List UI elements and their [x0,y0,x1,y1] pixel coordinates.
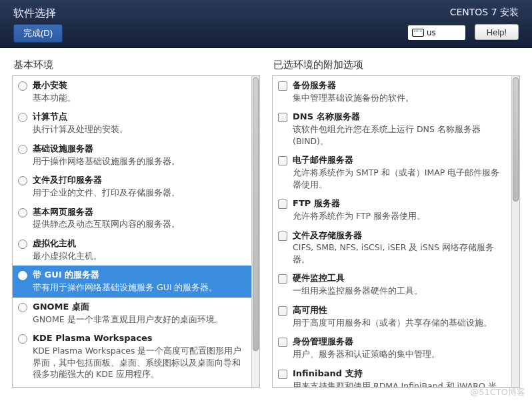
checkbox-icon [278,232,287,241]
item-desc: 用户、服务器和认证策略的集中管理。 [293,348,505,360]
addons-column: 已选环境的附加选项 备份服务器集中管理基础设施备份的软件。DNS 名称服务器该软… [272,59,520,388]
item-name: 电子邮件服务器 [293,155,505,166]
item-name: 基本网页服务器 [33,207,245,218]
environments-scrollbar[interactable] [251,76,259,387]
item-texts: 文件及存储服务器CIFS, SMB, NFS, iSCSI, iSER 及 iS… [293,230,505,266]
item-texts: 基础设施服务器用于操作网络基础设施服务的服务器。 [33,143,245,167]
item-desc: 提供静态及动态互联网内容的服务器。 [33,218,245,230]
environment-item[interactable]: KDE Plasma WorkspacesKDE Plasma Workspac… [13,329,251,384]
item-texts: 虚拟化主机最小虚拟化主机。 [33,238,245,262]
checkbox-icon [278,113,287,122]
addon-item[interactable]: 身份管理服务器用户、服务器和认证策略的集中管理。 [273,332,511,364]
environment-item[interactable]: 带 GUI 的服务器带有用于操作网络基础设施服务 GUI 的服务器。 [13,266,251,297]
item-desc: 用于企业的文件、打印及存储服务器。 [33,187,245,199]
item-name: Infiniband 支持 [293,368,505,380]
checkbox-icon [278,156,287,165]
item-name: GNOME 桌面 [33,302,245,313]
scrollbar-thumb[interactable] [253,77,259,351]
item-texts: 备份服务器集中管理基础设施备份的软件。 [293,80,505,103]
radio-icon [18,176,27,185]
radio-icon [18,145,27,154]
addons-scrollbox: 备份服务器集中管理基础设施备份的软件。DNS 名称服务器该软件包组允许您在系统上… [272,75,520,388]
item-texts: 身份管理服务器用户、服务器和认证策略的集中管理。 [293,336,505,360]
environment-item[interactable]: 基础设施服务器用于操作网络基础设施服务的服务器。 [13,139,251,171]
addon-item[interactable]: 高可用性用于高度可用服务和（或者）共享存储的基础设施。 [273,301,511,332]
item-desc: 一组用来监控服务器硬件的工具。 [293,285,505,297]
item-name: 身份管理服务器 [293,336,505,348]
item-name: 虚拟化主机 [33,238,245,250]
environments-column: 基本环境 最小安装基本功能。计算节点执行计算及处理的安装。基础设施服务器用于操作… [12,59,260,388]
checkbox-icon [278,338,287,347]
item-desc: 允许将系统作为 SMTP 和（或者）IMAP 电子邮件服务器使用。 [293,167,505,190]
item-texts: KDE Plasma WorkspacesKDE Plasma Workspac… [33,333,245,380]
addons-scrollbar[interactable] [511,76,519,387]
item-texts: FTP 服务器允许将系统作为 FTP 服务器使用。 [293,198,505,222]
scrollbar-thumb[interactable] [513,77,519,202]
content: 基本环境 最小安装基本功能。计算节点执行计算及处理的安装。基础设施服务器用于操作… [0,48,532,393]
environment-item[interactable]: 虚拟化主机最小虚拟化主机。 [13,234,251,266]
item-name: 备份服务器 [293,80,505,91]
item-texts: 电子邮件服务器允许将系统作为 SMTP 和（或者）IMAP 电子邮件服务器使用。 [293,155,505,190]
item-desc: CIFS, SMB, NFS, iSCSI, iSER 及 iSNS 网络存储服… [293,242,505,265]
header: 软件选择 完成(D) CENTOS 7 安装 us Help! [0,0,532,48]
radio-icon [18,81,27,91]
page-title: 软件选择 [13,7,56,21]
environment-item[interactable]: 基本网页服务器提供静态及动态互联网内容的服务器。 [13,203,251,234]
radio-icon [18,208,27,218]
addon-item[interactable]: 电子邮件服务器允许将系统作为 SMTP 和（或者）IMAP 电子邮件服务器使用。 [273,151,511,194]
item-desc: 基本功能。 [33,92,245,104]
item-name: 基础设施服务器 [33,143,245,155]
keyboard-layout-label: us [427,28,436,37]
item-texts: 计算节点执行计算及处理的安装。 [33,111,245,135]
addons-title: 已选环境的附加选项 [272,59,520,71]
radio-icon [18,334,27,344]
addon-item[interactable]: DNS 名称服务器该软件包组允许您在系统上运行 DNS 名称服务器(BIND)。 [273,107,511,151]
radio-icon [18,113,27,122]
item-desc: 执行计算及处理的安装。 [33,123,245,135]
item-desc: 用于操作网络基础设施服务的服务器。 [33,155,245,167]
keyboard-indicator[interactable]: us [408,25,465,40]
item-name: 高可用性 [293,305,505,316]
addon-item[interactable]: 硬件监控工具一组用来监控服务器硬件的工具。 [273,269,511,300]
done-button[interactable]: 完成(D) [13,24,63,43]
checkbox-icon [278,199,287,209]
checkbox-icon [278,306,287,316]
addon-item[interactable]: FTP 服务器允许将系统作为 FTP 服务器使用。 [273,194,511,226]
addon-item[interactable]: 备份服务器集中管理基础设施备份的软件。 [273,76,511,107]
environment-item[interactable]: GNOME 桌面GNOME 是一个非常直观且用户友好的桌面环境。 [13,298,251,329]
item-name: 文件及打印服务器 [33,175,245,186]
environment-item[interactable]: 计算节点执行计算及处理的安装。 [13,107,251,139]
item-texts: Infiniband 支持用来支持集群和使用 RDMA InfiniBand 和… [293,368,505,387]
item-desc: 带有用于操作网络基础设施服务 GUI 的服务器。 [33,282,245,294]
environment-item[interactable]: 最小安装基本功能。 [13,76,251,107]
item-texts: 文件及打印服务器用于企业的文件、打印及存储服务器。 [33,175,245,198]
item-name: KDE Plasma Workspaces [33,333,245,344]
item-name: DNS 名称服务器 [293,111,505,123]
item-texts: 带 GUI 的服务器带有用于操作网络基础设施服务 GUI 的服务器。 [33,270,245,293]
watermark: @51CTO博客 [470,386,525,398]
help-button[interactable]: Help! [475,24,519,40]
addon-item[interactable]: Infiniband 支持用来支持集群和使用 RDMA InfiniBand 和… [273,364,511,387]
environments-scrollbox: 最小安装基本功能。计算节点执行计算及处理的安装。基础设施服务器用于操作网络基础设… [12,75,260,388]
item-desc: 该软件包组允许您在系统上运行 DNS 名称服务器(BIND)。 [293,123,505,147]
item-desc: KDE Plasma Workspaces 是一个高度可配置图形用户界面，其中包… [33,345,245,380]
addon-item[interactable]: 文件及存储服务器CIFS, SMB, NFS, iSCSI, iSER 及 iS… [273,226,511,270]
checkbox-icon [278,81,287,91]
item-name: 硬件监控工具 [293,273,505,284]
item-name: 最小安装 [33,80,245,91]
item-desc: 集中管理基础设施备份的软件。 [293,92,505,104]
item-desc: 允许将系统作为 FTP 服务器使用。 [293,210,505,222]
checkbox-icon [278,370,287,379]
installer-title: CENTOS 7 安装 [450,7,519,19]
checkbox-icon [278,274,287,284]
addons-list: 备份服务器集中管理基础设施备份的软件。DNS 名称服务器该软件包组允许您在系统上… [273,76,511,387]
item-texts: 硬件监控工具一组用来监控服务器硬件的工具。 [293,273,505,296]
item-texts: 最小安装基本功能。 [33,80,245,103]
environments-list: 最小安装基本功能。计算节点执行计算及处理的安装。基础设施服务器用于操作网络基础设… [13,76,251,387]
environment-item[interactable]: 文件及打印服务器用于企业的文件、打印及存储服务器。 [13,171,251,202]
radio-icon [18,240,27,249]
item-name: 带 GUI 的服务器 [33,270,245,281]
environment-item[interactable]: 开发及生成工作站用于软件、硬件、图形或者内容开发的工作站。 [13,384,251,387]
item-texts: 高可用性用于高度可用服务和（或者）共享存储的基础设施。 [293,305,505,328]
item-desc: 最小虚拟化主机。 [33,250,245,262]
